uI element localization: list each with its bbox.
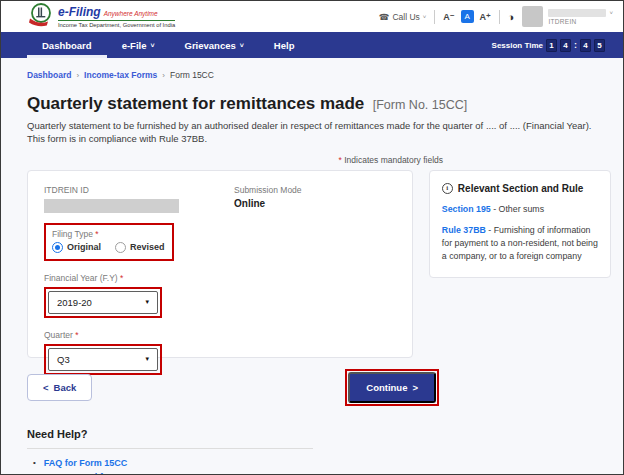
efiling-portal-window: e-Filing Anywhere Anytime Income Tax Dep… (0, 0, 624, 475)
efiling-logo[interactable]: e-Filing Anywhere Anytime Income Tax Dep… (27, 2, 175, 32)
breadcrumb-separator-icon: › (76, 71, 79, 80)
section-195-link[interactable]: Section 195 (442, 204, 491, 214)
need-help-title: Need Help? (27, 428, 611, 440)
rule-37bb-link[interactable]: Rule 37BB (442, 225, 486, 235)
session-digit: 1 (546, 39, 557, 52)
submission-mode-value: Online (234, 198, 302, 209)
font-increase-button[interactable]: A⁺ (480, 12, 491, 22)
user-menu[interactable]: ˅ ITDREIN (522, 6, 613, 27)
continue-arrow-icon: > (412, 382, 418, 393)
nav-item-label: Help (274, 40, 295, 51)
asterisk-icon: * (75, 330, 78, 340)
radio-selected-icon (52, 242, 63, 253)
list-item: • User Manual for Form 15CC (27, 472, 611, 475)
nav-item-label: Dashboard (42, 40, 92, 51)
filing-type-label: Filing Type (52, 229, 93, 239)
india-emblem-icon (27, 2, 53, 32)
session-digit: 4 (580, 39, 591, 52)
brand-subtitle: Income Tax Department, Government of Ind… (58, 22, 175, 28)
session-digit: 5 (594, 39, 605, 52)
mandatory-fields-note: * Indicates mandatory fields (27, 155, 443, 165)
back-arrow-icon: < (43, 382, 49, 393)
call-us-menu[interactable]: ☎ Call Us ˅ (379, 12, 427, 22)
caret-down-icon: ▾ (145, 355, 149, 363)
submission-mode-label: Submission Mode (234, 185, 302, 195)
back-button-label: Back (54, 382, 77, 393)
brand-tagline: Anywhere Anytime (104, 10, 158, 17)
font-normal-button[interactable]: A (461, 10, 474, 23)
session-timer: Session Time 1 4 : 4 5 (492, 39, 605, 52)
page-title: Quarterly statement for remittances made (27, 94, 364, 113)
asterisk-icon: * (95, 229, 98, 239)
user-itdrein-label: ITDREIN (548, 18, 613, 25)
breadcrumb-separator-icon: › (162, 71, 165, 80)
nav-item-label: Grievances (185, 40, 236, 51)
breadcrumb: Dashboard › Income-tax Forms › Form 15CC (27, 70, 611, 80)
financial-year-select[interactable]: 2019-20 ▾ (48, 291, 158, 314)
asterisk-icon: * (339, 155, 342, 165)
chevron-down-icon: ˅ (240, 42, 244, 49)
nav-item-dashboard[interactable]: Dashboard (27, 32, 107, 58)
financial-year-label: Financial Year (F.Y) (44, 273, 118, 283)
brand-name: e-Filing (58, 5, 101, 19)
continue-button-label: Continue (366, 382, 407, 393)
breadcrumb-dashboard[interactable]: Dashboard (27, 70, 71, 80)
section-195-entry: Section 195 - Other sums (442, 203, 598, 216)
nav-item-label: e-File (122, 40, 147, 51)
annotation-box-quarter: Q3 ▾ (44, 344, 162, 375)
side-card-title: Relevant Section and Rule (458, 183, 584, 194)
nav-item-help[interactable]: Help (259, 32, 310, 58)
bullet-icon: • (33, 458, 36, 467)
call-us-label: Call Us (392, 12, 419, 22)
main-navbar: Dashboard e-File ˅ Grievances ˅ Help Ses… (1, 32, 623, 58)
back-button[interactable]: < Back (27, 374, 92, 401)
user-name-redacted (548, 9, 606, 17)
top-header: e-Filing Anywhere Anytime Income Tax Dep… (1, 1, 623, 32)
radio-original[interactable]: Original (52, 242, 101, 253)
form-card: ITDREIN ID Submission Mode Online Filing… (27, 170, 413, 358)
quarter-select[interactable]: Q3 ▾ (48, 348, 158, 371)
divider (434, 10, 435, 24)
rule-37bb-entry: Rule 37BB - Furnishing of information fo… (442, 224, 598, 262)
section-195-desc: - Other sums (493, 204, 544, 214)
caret-down-icon: ▾ (145, 298, 149, 306)
divider (27, 448, 313, 449)
radio-unselected-icon (115, 242, 126, 253)
asterisk-icon: * (120, 273, 123, 283)
faq-form-15cc-link[interactable]: FAQ for Form 15CC (44, 458, 128, 468)
chevron-down-icon: ˅ (609, 10, 613, 16)
financial-year-value: 2019-20 (57, 297, 92, 308)
radio-revised-label: Revised (130, 242, 165, 252)
phone-icon: ☎ (379, 12, 390, 22)
radio-revised[interactable]: Revised (115, 242, 165, 253)
breadcrumb-form-15cc: Form 15CC (170, 70, 214, 80)
radio-original-label: Original (67, 242, 101, 252)
breadcrumb-income-tax-forms[interactable]: Income-tax Forms (84, 70, 157, 80)
session-time-label: Session Time (492, 41, 543, 50)
session-digit: 4 (560, 39, 571, 52)
chevron-down-icon: ˅ (423, 14, 427, 20)
annotation-box-filing-type: Filing Type * Original Revised (44, 223, 174, 261)
info-icon: i (442, 183, 453, 194)
list-item: • FAQ for Form 15CC (27, 458, 611, 468)
annotation-box-continue: Continue > (345, 369, 439, 406)
contrast-toggle-icon[interactable]: ◑ (508, 11, 515, 23)
continue-button[interactable]: Continue > (348, 372, 436, 403)
chevron-down-icon: ˅ (150, 42, 154, 49)
font-decrease-button[interactable]: A⁻ (443, 12, 454, 22)
quarter-label: Quarter (44, 330, 73, 340)
nav-item-efile[interactable]: e-File ˅ (107, 32, 170, 58)
itdrein-id-label: ITDREIN ID (44, 185, 234, 195)
annotation-box-financial-year: 2019-20 ▾ (44, 287, 162, 318)
divider (499, 10, 500, 24)
itdrein-id-value-redacted (44, 199, 179, 213)
quarter-value: Q3 (57, 354, 70, 365)
page-description: Quarterly statement to be furnished by a… (27, 119, 611, 146)
need-help-section: Need Help? • FAQ for Form 15CC • User Ma… (27, 428, 611, 475)
nav-item-grievances[interactable]: Grievances ˅ (170, 32, 259, 58)
relevant-section-card: i Relevant Section and Rule Section 195 … (429, 170, 611, 278)
form-number: [Form No. 15CC] (373, 98, 467, 112)
user-manual-form-15cc-link[interactable]: User Manual for Form 15CC (44, 472, 163, 475)
session-separator: : (574, 40, 577, 50)
avatar (522, 6, 543, 27)
